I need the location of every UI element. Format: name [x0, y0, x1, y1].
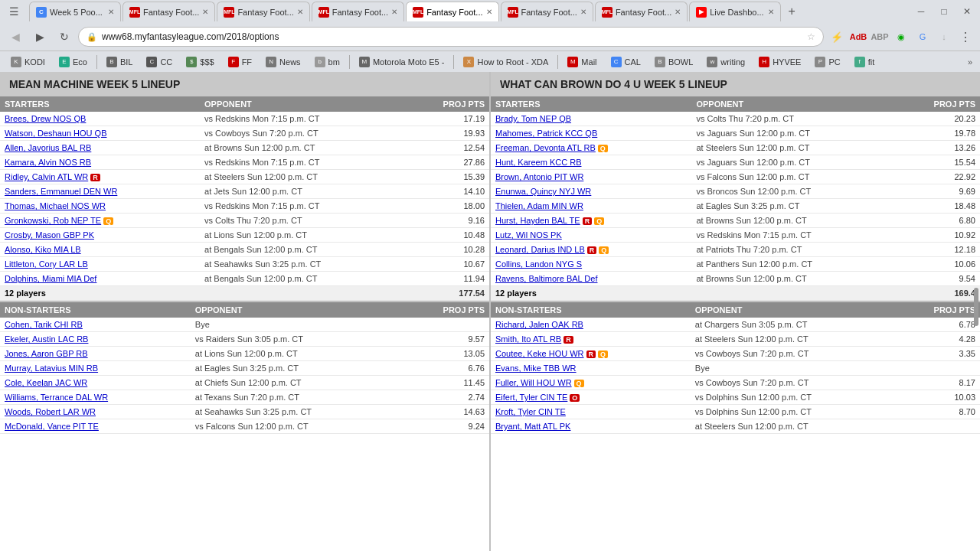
bookmark-bm[interactable]: b bm: [309, 54, 346, 70]
player-link[interactable]: Leonard, Darius IND LB: [495, 245, 585, 254]
bookmark-xda[interactable]: X How to Root - XDA: [457, 54, 554, 70]
player-link[interactable]: Mahomes, Patrick KCC QB: [495, 129, 597, 138]
tab-yt[interactable]: ▶ Live Dashbo... ✕: [689, 2, 781, 21]
player-link[interactable]: Ridley, Calvin ATL WR: [5, 172, 88, 181]
bookmark-writing[interactable]: w writing: [701, 54, 751, 70]
scroll-thumb[interactable]: [974, 288, 978, 326]
player-link[interactable]: Ravens, Baltimore BAL Def: [495, 274, 597, 283]
tab-close-ff5[interactable]: ✕: [580, 8, 586, 16]
tab-week5[interactable]: C Week 5 Poo... ✕: [29, 2, 121, 21]
star-icon[interactable]: ☆: [807, 31, 815, 42]
address-bar[interactable]: 🔒 www68.myfantasyleague.com/2018/options…: [78, 27, 824, 47]
player-link[interactable]: Brown, Antonio PIT WR: [495, 172, 583, 181]
tab-close-yt[interactable]: ✕: [768, 8, 774, 16]
tab-ff1[interactable]: MFL Fantasy Foot... ✕: [122, 2, 215, 21]
table-row: Brady, Tom NEP QB vs Colts Thu 7:20 p.m.…: [491, 112, 980, 126]
player-link[interactable]: Eifert, Tyler CIN TE: [495, 393, 567, 402]
player-name-cell: Dolphins, Miami MIA Def: [0, 272, 200, 286]
tab-close-ff4[interactable]: ✕: [486, 8, 492, 16]
bookmark-ff[interactable]: F FF: [222, 54, 258, 70]
bookmark-fit[interactable]: f fit: [848, 54, 881, 70]
tab-close-ff3[interactable]: ✕: [391, 8, 397, 16]
ext4-button[interactable]: G: [913, 27, 933, 47]
player-name-cell: Collins, Landon NYG S: [491, 257, 691, 272]
tab-ff5[interactable]: MFL Fantasy Foot... ✕: [501, 2, 593, 21]
player-link[interactable]: Smith, Ito ATL RB: [495, 334, 561, 344]
player-link[interactable]: Woods, Robert LAR WR: [5, 407, 96, 416]
player-link[interactable]: Sanders, Emmanuel DEN WR: [5, 187, 117, 196]
player-link[interactable]: Freeman, Devonta ATL RB: [495, 143, 596, 152]
tab-ff2[interactable]: MFL Fantasy Foot... ✕: [217, 2, 309, 21]
maximize-button[interactable]: □: [934, 3, 954, 20]
player-link[interactable]: Brees, Drew NOS QB: [5, 114, 86, 123]
player-link[interactable]: Thielen, Adam MIN WR: [495, 201, 583, 210]
tab-close-ff6[interactable]: ✕: [675, 8, 681, 16]
bookmark-cal[interactable]: C CAL: [605, 54, 647, 70]
player-link[interactable]: Brady, Tom NEP QB: [495, 114, 571, 123]
player-link[interactable]: Fuller, Will HOU WR: [495, 378, 572, 387]
bookmark-bowl[interactable]: B BOWL: [648, 54, 699, 70]
player-link[interactable]: Coutee, Keke HOU WR: [495, 349, 584, 358]
adblock1-button[interactable]: AdB: [848, 27, 868, 47]
table-row: Crosby, Mason GBP PK at Lions Sun 12:00 …: [0, 228, 489, 243]
player-link[interactable]: Jones, Aaron GBP RB: [5, 349, 88, 358]
bookmark-money[interactable]: $ $$$: [180, 54, 220, 70]
player-link[interactable]: Lutz, Wil NOS PK: [495, 230, 562, 240]
player-link[interactable]: Collins, Landon NYG S: [495, 259, 582, 269]
player-link[interactable]: Thomas, Michael NOS WR: [5, 201, 106, 210]
player-link[interactable]: Enunwa, Quincy NYJ WR: [495, 187, 591, 196]
player-link[interactable]: Williams, Terrance DAL WR: [5, 393, 108, 402]
player-link[interactable]: Cohen, Tarik CHI RB: [5, 320, 83, 329]
tab-close-ff1[interactable]: ✕: [202, 8, 208, 16]
left-starters-header-row: STARTERS OPPONENT PROJ PTS: [0, 96, 489, 112]
ext3-button[interactable]: ◉: [891, 27, 911, 47]
bookmark-hyvee[interactable]: H HYVEE: [753, 54, 807, 70]
new-tab-button[interactable]: +: [782, 2, 801, 21]
tab-ff3[interactable]: MFL Fantasy Foot... ✕: [312, 2, 404, 21]
pts-cell: 12.18: [897, 243, 980, 257]
tab-ff4-active[interactable]: MFL Fantasy Foot... ✕: [406, 2, 498, 21]
close-button[interactable]: ✕: [957, 3, 977, 20]
more-bookmarks-button[interactable]: »: [965, 57, 975, 67]
player-link[interactable]: Dolphins, Miami MIA Def: [5, 274, 96, 283]
player-link[interactable]: Hunt, Kareem KCC RB: [495, 158, 581, 167]
bookmark-mail[interactable]: M Mail: [561, 54, 603, 70]
ext5-button[interactable]: ↓: [934, 27, 954, 47]
player-link[interactable]: Murray, Latavius MIN RB: [5, 364, 98, 373]
player-link[interactable]: Allen, Javorius BAL RB: [5, 143, 91, 152]
chrome-menu-button[interactable]: ⋮: [956, 27, 975, 47]
bookmark-motorola[interactable]: M Motorola Moto E5 -: [353, 54, 451, 70]
tab-ff6[interactable]: MFL Fantasy Foot... ✕: [595, 2, 688, 21]
bookmark-cc[interactable]: C CC: [140, 54, 178, 70]
tab-close-ff2[interactable]: ✕: [297, 8, 303, 16]
player-link[interactable]: Kamara, Alvin NOS RB: [5, 158, 91, 167]
bookmark-bil[interactable]: B BIL: [100, 54, 139, 70]
player-link[interactable]: Richard, Jalen OAK RB: [495, 320, 583, 329]
player-link[interactable]: Gronkowski, Rob NEP TE: [5, 216, 101, 225]
bookmark-eco[interactable]: E Eco: [53, 54, 93, 70]
player-link[interactable]: Littleton, Cory LAR LB: [5, 259, 88, 269]
player-link[interactable]: Watson, Deshaun HOU QB: [5, 129, 106, 138]
player-link[interactable]: McDonald, Vance PIT TE: [5, 422, 99, 431]
adblock2-button[interactable]: ABP: [870, 27, 890, 47]
minimize-button[interactable]: ─: [911, 3, 931, 20]
forward-button[interactable]: ▶: [29, 26, 51, 47]
extensions-button[interactable]: ⚡: [827, 27, 847, 47]
bookmark-pc[interactable]: P PC: [808, 54, 846, 70]
bookmark-kodi[interactable]: K KODI: [5, 54, 51, 70]
player-link[interactable]: Kroft, Tyler CIN TE: [495, 407, 566, 416]
player-link[interactable]: Crosby, Mason GBP PK: [5, 230, 94, 240]
player-link[interactable]: Cole, Keelan JAC WR: [5, 378, 87, 387]
player-link[interactable]: Bryant, Matt ATL PK: [495, 422, 570, 431]
back-button[interactable]: ◀: [5, 26, 26, 47]
player-link[interactable]: Ekeler, Austin LAC RB: [5, 334, 88, 344]
opponent-cell: at Browns Sun 12:00 p.m. CT: [691, 214, 897, 228]
tab-close-week5[interactable]: ✕: [108, 8, 114, 16]
player-link[interactable]: Evans, Mike TBB WR: [495, 364, 577, 373]
menu-button[interactable]: ☰: [3, 1, 24, 22]
refresh-button[interactable]: ↻: [54, 26, 75, 47]
player-link[interactable]: Hurst, Hayden BAL TE: [495, 216, 580, 225]
bookmark-news[interactable]: N News: [260, 54, 307, 70]
player-name-cell: McDonald, Vance PIT TE: [0, 419, 191, 434]
player-link[interactable]: Alonso, Kiko MIA LB: [5, 245, 81, 254]
